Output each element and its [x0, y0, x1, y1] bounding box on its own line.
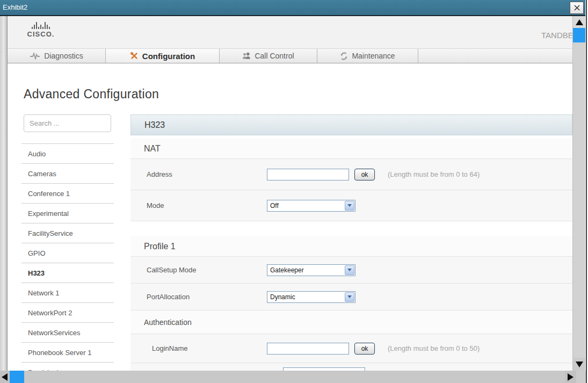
tab-maintenance[interactable]: Maintenance	[317, 49, 418, 63]
section-title-profile-1: Profile 1	[130, 236, 572, 257]
search-input[interactable]	[24, 114, 111, 132]
section-gap	[130, 221, 572, 236]
window-frame-right	[586, 0, 587, 383]
sidebar-item-label: Network 1	[28, 289, 60, 297]
h323-panel: H323 NAT Address ok (Length must be from…	[130, 114, 572, 371]
field-row-partial	[130, 363, 572, 371]
sidebar-item-facilityservice[interactable]: FacilityService	[21, 223, 114, 243]
triangle-down-icon	[576, 362, 583, 367]
cisco-logo-bars-icon	[24, 21, 58, 29]
tab-call-control[interactable]: Call Control	[220, 49, 317, 63]
portallocation-select-value: Dynamic	[267, 292, 355, 302]
sidebar-item-phonebook-server-1[interactable]: Phonebook Server 1	[21, 342, 114, 362]
people-icon	[242, 52, 251, 60]
field-row-address: Address ok (Length must be from 0 to 64)	[130, 159, 572, 190]
scrollbar-corner	[576, 371, 586, 383]
field-row-portallocation: PortAllocation Dynamic	[130, 284, 572, 310]
sidebar-item-h323[interactable]: H323	[21, 263, 114, 283]
sidebar-item-experimental[interactable]: Experimental	[21, 203, 114, 223]
chevron-down-icon	[347, 269, 352, 271]
field-label-portallocation: PortAllocation	[147, 293, 267, 301]
loginname-input[interactable]	[267, 343, 349, 355]
sidebar-item-label: H323	[28, 269, 45, 277]
field-row-mode: Mode Off	[130, 190, 572, 221]
vertical-scrollbar[interactable]	[572, 16, 585, 371]
sidebar-item-gpio[interactable]: GPIO	[21, 243, 114, 263]
sidebar-item-cameras[interactable]: Cameras	[21, 163, 114, 183]
horizontal-scrollbar[interactable]	[0, 371, 576, 383]
pulse-icon	[30, 52, 40, 60]
sidebar-item-label: Experimental	[28, 209, 69, 218]
field-label-mode: Mode	[147, 201, 267, 209]
field-label-callsetup-mode: CallSetup Mode	[147, 266, 267, 274]
address-hint: (Length must be from 0 to 64)	[388, 170, 480, 178]
scroll-right-button[interactable]	[565, 371, 576, 383]
sidebar-item-label: Phonebook Server 1	[28, 349, 92, 357]
dropdown-button[interactable]	[345, 265, 354, 275]
page-title: Advanced Configuration	[24, 87, 159, 102]
cisco-logo-text: CISCO.	[24, 30, 58, 38]
callsetup-mode-select[interactable]: Gatekeeper	[267, 264, 355, 276]
cisco-logo: CISCO.	[24, 21, 58, 38]
field-row-callsetup-mode: CallSetup Mode Gatekeeper	[130, 257, 572, 284]
triangle-right-icon	[568, 373, 574, 381]
close-icon	[574, 4, 580, 11]
tab-configuration[interactable]: Configuration	[106, 49, 220, 63]
loginname-ok-button[interactable]: ok	[354, 343, 375, 355]
chevron-down-icon	[347, 295, 352, 298]
sidebar-item-label: NetworkPort 2	[28, 309, 72, 317]
refresh-icon	[340, 52, 348, 60]
sidebar-nav: Audio Cameras Conference 1 Experimental …	[21, 143, 114, 371]
section-title-nat: NAT	[130, 139, 572, 159]
dropdown-button[interactable]	[345, 292, 354, 302]
mode-select[interactable]: Off	[267, 200, 355, 212]
tab-label: Diagnostics	[44, 52, 83, 60]
window-titlebar: Exhibit2	[0, 0, 585, 16]
sidebar-item-networkservices[interactable]: NetworkServices	[21, 322, 114, 342]
sidebar-item-network-1[interactable]: Network 1	[21, 283, 114, 302]
tab-label: Call Control	[255, 52, 294, 60]
tab-diagnostics[interactable]: Diagnostics	[8, 49, 106, 63]
sidebar-item-provisioning[interactable]: Provisioning	[21, 362, 114, 371]
sidebar-item-label: GPIO	[28, 249, 46, 257]
brand-text: TANDBE	[541, 31, 572, 40]
window-frame-left	[0, 16, 8, 371]
sidebar-item-label: NetworkServices	[28, 329, 81, 337]
sidebar-item-label: FacilityService	[28, 229, 73, 237]
triangle-up-icon	[576, 19, 583, 25]
sidebar-item-label: Audio	[28, 150, 46, 158]
address-input[interactable]	[267, 169, 349, 180]
portallocation-select[interactable]: Dynamic	[267, 291, 355, 303]
sidebar-item-audio[interactable]: Audio	[21, 143, 114, 163]
scroll-down-button[interactable]	[573, 358, 585, 371]
tabbar-filler	[418, 49, 572, 63]
field-row-loginname: LoginName ok (Length must be from 0 to 5…	[130, 334, 572, 363]
dropdown-button[interactable]	[345, 201, 354, 211]
tab-label: Configuration	[142, 52, 195, 61]
field-label-loginname: LoginName	[147, 344, 267, 352]
vertical-scroll-thumb[interactable]	[573, 28, 585, 42]
tools-icon	[130, 52, 139, 60]
sidebar-item-conference-1[interactable]: Conference 1	[21, 183, 114, 203]
exhibit-window: Exhibit2 CISCO. TANDBE Diagnostics	[0, 0, 588, 383]
sidebar-item-label: Cameras	[28, 170, 56, 178]
loginname-hint: (Length must be from 0 to 50)	[388, 344, 480, 352]
panel-title: H323	[144, 120, 165, 129]
main-tabbar: Diagnostics Configuration Call Control	[8, 48, 572, 63]
sidebar-item-networkport-2[interactable]: NetworkPort 2	[21, 302, 114, 322]
scroll-left-button[interactable]	[0, 371, 9, 383]
close-button[interactable]	[570, 2, 584, 14]
scroll-up-button[interactable]	[573, 16, 585, 28]
horizontal-scroll-thumb[interactable]	[10, 371, 24, 383]
window-title: Exhibit2	[3, 3, 27, 11]
address-ok-button[interactable]: ok	[354, 169, 375, 180]
triangle-left-icon	[2, 373, 8, 381]
mode-select-value: Off	[267, 200, 355, 211]
panel-header: H323	[130, 114, 572, 135]
chevron-down-icon	[347, 204, 352, 207]
header-band: CISCO. TANDBE	[8, 16, 572, 48]
sidebar-item-label: Conference 1	[28, 190, 70, 198]
field-label-address: Address	[147, 170, 267, 178]
section-title-authentication: Authentication	[130, 310, 572, 334]
tab-label: Maintenance	[352, 52, 395, 60]
